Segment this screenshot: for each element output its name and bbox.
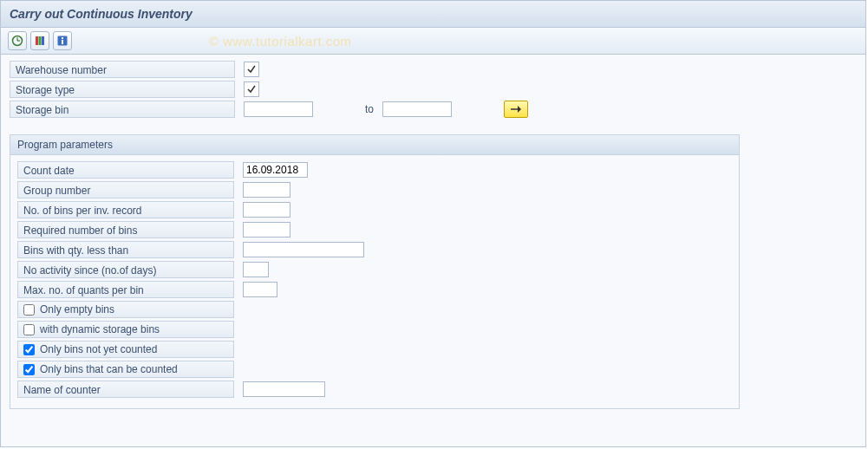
- svg-rect-5: [42, 36, 44, 45]
- label-required-bins: Required number of bins: [17, 221, 234, 238]
- input-bins-per-record[interactable]: [243, 202, 290, 218]
- row-qty-less: Bins with qty. less than: [17, 240, 732, 259]
- input-group-number[interactable]: [243, 182, 290, 198]
- row-warehouse-number: Warehouse number: [10, 60, 857, 79]
- row-counter-name: Name of counter: [17, 380, 732, 399]
- input-max-quants[interactable]: [243, 282, 277, 297]
- row-no-activity: No activity since (no.of days): [17, 260, 732, 279]
- row-storage-type: Storage type: [10, 80, 857, 99]
- title-bar: Carry out Continuous Inventory: [1, 1, 865, 28]
- svg-rect-3: [36, 36, 38, 45]
- input-required-bins[interactable]: [243, 222, 290, 238]
- app-window: © www.tutorialkart.com Carry out Continu…: [0, 0, 866, 447]
- group-body: Count date Group number No. of bins per …: [10, 155, 739, 408]
- svg-rect-7: [62, 37, 63, 39]
- row-bins-per-record: No. of bins per inv. record: [17, 200, 732, 219]
- row-with-dynamic: with dynamic storage bins: [17, 320, 732, 339]
- input-count-date[interactable]: [243, 162, 308, 178]
- label-to: to: [365, 103, 374, 115]
- input-counter-name[interactable]: [243, 381, 325, 397]
- row-not-counted: Only bins not yet counted: [17, 340, 732, 359]
- checkbox-not-counted[interactable]: [23, 344, 35, 355]
- get-variant-button[interactable]: [30, 31, 49, 50]
- label-counter-name: Name of counter: [17, 381, 234, 398]
- label-no-activity: No activity since (no.of days): [17, 261, 234, 278]
- input-storage-bin-from[interactable]: [244, 101, 313, 117]
- checkbox-can-be-counted[interactable]: [23, 364, 35, 375]
- content-area: Warehouse number Storage type Storage bi…: [1, 55, 865, 418]
- group-title: Program parameters: [10, 135, 739, 155]
- required-check-icon: [246, 84, 257, 94]
- row-group-number: Group number: [17, 180, 732, 199]
- multiple-selection-button[interactable]: [504, 101, 528, 118]
- execute-button[interactable]: [8, 31, 27, 50]
- input-no-activity[interactable]: [243, 262, 269, 277]
- required-indicator-storage-type[interactable]: [244, 81, 259, 97]
- arrow-right-icon: [510, 105, 522, 114]
- row-storage-bin: Storage bin to: [10, 100, 857, 119]
- row-required-bins: Required number of bins: [17, 220, 732, 239]
- label-can-be-counted: Only bins that can be counted: [17, 361, 234, 378]
- label-count-date: Count date: [17, 161, 234, 179]
- label-bins-per-record: No. of bins per inv. record: [17, 201, 234, 218]
- info-button[interactable]: [53, 31, 72, 50]
- label-warehouse-number: Warehouse number: [10, 61, 235, 78]
- page-title: Carry out Continuous Inventory: [10, 7, 193, 21]
- label-group-number: Group number: [17, 181, 234, 198]
- svg-rect-4: [39, 36, 42, 45]
- variant-icon: [34, 35, 46, 47]
- label-only-empty: Only empty bins: [17, 301, 234, 318]
- app-toolbar: [1, 28, 865, 55]
- checkbox-with-dynamic[interactable]: [23, 324, 35, 335]
- required-indicator-warehouse[interactable]: [244, 62, 259, 77]
- text-not-counted: Only bins not yet counted: [40, 341, 157, 358]
- required-check-icon: [246, 64, 257, 75]
- label-storage-type: Storage type: [10, 81, 235, 98]
- row-count-date: Count date: [17, 160, 732, 179]
- input-storage-bin-to[interactable]: [382, 101, 452, 117]
- svg-marker-10: [518, 106, 521, 113]
- label-with-dynamic: with dynamic storage bins: [17, 321, 234, 338]
- info-icon: [56, 35, 69, 47]
- row-can-be-counted: Only bins that can be counted: [17, 360, 732, 379]
- row-only-empty: Only empty bins: [17, 300, 732, 319]
- text-only-empty: Only empty bins: [40, 301, 114, 318]
- label-max-quants: Max. no. of quants per bin: [17, 281, 234, 298]
- text-can-be-counted: Only bins that can be counted: [40, 361, 178, 378]
- group-program-parameters: Program parameters Count date Group numb…: [10, 134, 740, 409]
- checkbox-only-empty[interactable]: [23, 304, 35, 316]
- label-storage-bin: Storage bin: [10, 101, 235, 118]
- input-qty-less[interactable]: [243, 242, 364, 257]
- svg-rect-8: [62, 40, 63, 44]
- label-not-counted: Only bins not yet counted: [17, 341, 234, 358]
- label-qty-less: Bins with qty. less than: [17, 241, 234, 258]
- row-max-quants: Max. no. of quants per bin: [17, 280, 732, 299]
- text-with-dynamic: with dynamic storage bins: [40, 321, 160, 338]
- execute-icon: [11, 35, 23, 47]
